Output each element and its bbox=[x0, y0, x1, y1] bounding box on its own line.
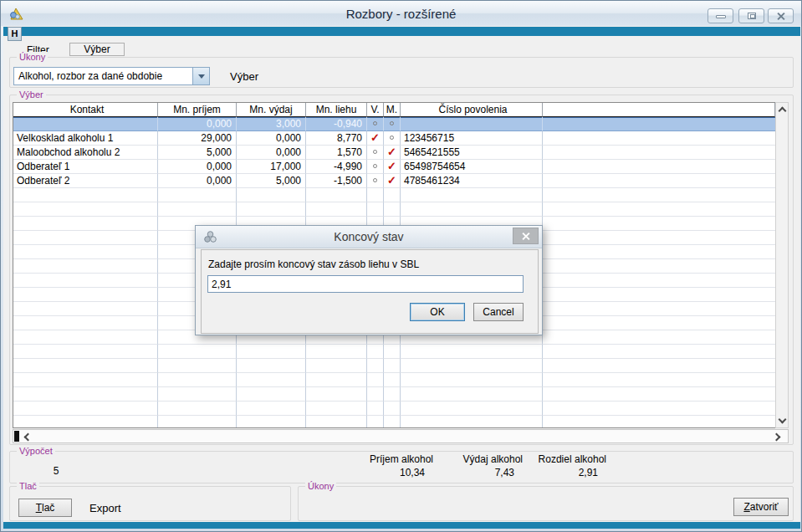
check-icon bbox=[387, 146, 396, 158]
chevron-down-icon[interactable] bbox=[192, 68, 209, 84]
check-icon bbox=[387, 161, 396, 172]
col-kontakt[interactable]: Kontakt bbox=[13, 103, 158, 117]
cancel-button[interactable]: Cancel bbox=[473, 303, 524, 321]
unchecked-icon bbox=[390, 136, 394, 140]
unchecked-icon bbox=[373, 164, 377, 168]
tlac-group-label: Tlač bbox=[17, 481, 39, 491]
ok-button[interactable]: OK bbox=[410, 303, 465, 321]
vertical-scrollbar[interactable] bbox=[775, 102, 789, 428]
unchecked-icon bbox=[373, 150, 377, 154]
col-mn-prijem[interactable]: Mn. príjem bbox=[158, 103, 237, 117]
task-dropdown[interactable]: Alkohol, rozbor za dané obdobie bbox=[13, 67, 210, 85]
table-row[interactable]: Maloobchod alkoholu 25,0000,0001,5705465… bbox=[13, 146, 775, 160]
close-button[interactable] bbox=[768, 8, 794, 23]
ukony-group: Úkony Alkohol, rozbor za dané obdobie Vý… bbox=[9, 57, 794, 88]
row-count: 5 bbox=[39, 465, 73, 477]
window-title: Rozbory - rozšírené bbox=[1, 7, 801, 21]
table-row[interactable]: Velkosklad alkoholu 129,0000,0008,770123… bbox=[13, 131, 775, 146]
unchecked-icon bbox=[390, 121, 394, 125]
table-row[interactable] bbox=[13, 402, 775, 416]
vyber-group-label: Výber bbox=[17, 90, 46, 100]
check-icon bbox=[370, 132, 380, 144]
maximize-icon bbox=[748, 13, 756, 19]
maximize-button[interactable] bbox=[738, 8, 764, 23]
table-row[interactable]: 0,0003,000-0,940 bbox=[13, 117, 775, 131]
dialog-prompt: Zadajte prosím koncový stav zásob liehu … bbox=[208, 258, 419, 270]
print-button[interactable]: Tlač bbox=[18, 499, 72, 517]
horizontal-scrollbar[interactable] bbox=[13, 429, 789, 443]
scrollbar-thumb[interactable] bbox=[14, 431, 19, 442]
koncovy-stav-dialog: Koncový stav Zadajte prosím koncový stav… bbox=[195, 225, 543, 335]
unchecked-icon bbox=[373, 121, 377, 125]
col-cislo-povolenia[interactable]: Číslo povolenia bbox=[401, 103, 543, 117]
table-row[interactable] bbox=[13, 202, 775, 217]
title-bar[interactable]: Rozbory - rozšírené bbox=[1, 1, 801, 26]
table-row[interactable] bbox=[13, 345, 775, 359]
dialog-body: Zadajte prosím koncový stav zásob liehu … bbox=[201, 249, 539, 334]
col-mn-liehu[interactable]: Mn. liehu bbox=[306, 103, 367, 117]
table-row[interactable] bbox=[13, 373, 775, 387]
koncovy-stav-input[interactable] bbox=[207, 275, 524, 293]
export-link[interactable]: Export bbox=[89, 502, 121, 514]
vyber-action-label: Výber bbox=[230, 70, 258, 83]
table-header: Kontakt Mn. príjem Mn. výdaj Mn. liehu V… bbox=[13, 103, 775, 117]
dialog-close-button[interactable] bbox=[513, 228, 539, 244]
accent-strip-bottom bbox=[3, 522, 800, 529]
dialog-title-bar[interactable]: Koncový stav bbox=[196, 226, 542, 248]
ukony-bottom-group: Úkony Zatvoriť bbox=[298, 486, 794, 521]
close-window-button[interactable]: Zatvoriť bbox=[733, 498, 789, 516]
task-dropdown-value: Alkohol, rozbor za dané obdobie bbox=[18, 68, 191, 84]
stat-rozdiel-label: Rozdiel alkohol bbox=[473, 453, 606, 465]
vypocet-group-label: Výpočet bbox=[17, 446, 55, 456]
unchecked-icon bbox=[373, 178, 377, 182]
table-row[interactable] bbox=[13, 387, 775, 402]
stat-rozdiel-value: 2,91 bbox=[473, 467, 606, 478]
col-v[interactable]: V. bbox=[367, 103, 384, 117]
table-row[interactable] bbox=[13, 359, 775, 373]
check-icon bbox=[387, 175, 396, 187]
scroll-left-icon[interactable] bbox=[24, 433, 33, 442]
scroll-right-icon[interactable] bbox=[773, 433, 781, 442]
minimize-icon bbox=[716, 15, 726, 18]
stat-rozdiel: Rozdiel alkohol 2,91 bbox=[473, 453, 606, 478]
h-shortcut-button[interactable]: H bbox=[8, 27, 22, 41]
table-row[interactable] bbox=[13, 188, 775, 202]
accent-strip-top bbox=[3, 27, 800, 36]
col-filler bbox=[543, 103, 775, 117]
tlac-group: Tlač Tlač Export bbox=[9, 486, 291, 521]
ukony-group-label: Úkony bbox=[17, 52, 48, 62]
scroll-up-icon[interactable] bbox=[779, 107, 787, 115]
ukony-bottom-label: Úkony bbox=[305, 481, 336, 491]
table-row[interactable]: Odberateľ 20,0005,000-1,5004785461234 bbox=[13, 174, 775, 188]
col-m[interactable]: M. bbox=[384, 103, 401, 117]
scroll-down-icon[interactable] bbox=[779, 416, 787, 424]
minimize-button[interactable] bbox=[707, 8, 733, 23]
main-window: Rozbory - rozšírené H Filter Výber Úkony… bbox=[0, 0, 802, 532]
col-mn-vydaj[interactable]: Mn. výdaj bbox=[237, 103, 306, 117]
dialog-title: Koncový stav bbox=[196, 230, 542, 243]
table-row[interactable] bbox=[13, 416, 775, 428]
tab-vyber[interactable]: Výber bbox=[69, 43, 125, 56]
vypocet-group: Výpočet 5 Príjem alkohol 10,34 Výdaj alk… bbox=[9, 451, 794, 483]
table-row[interactable]: Odberateľ 10,00017,000-4,99065498754654 bbox=[13, 160, 775, 174]
